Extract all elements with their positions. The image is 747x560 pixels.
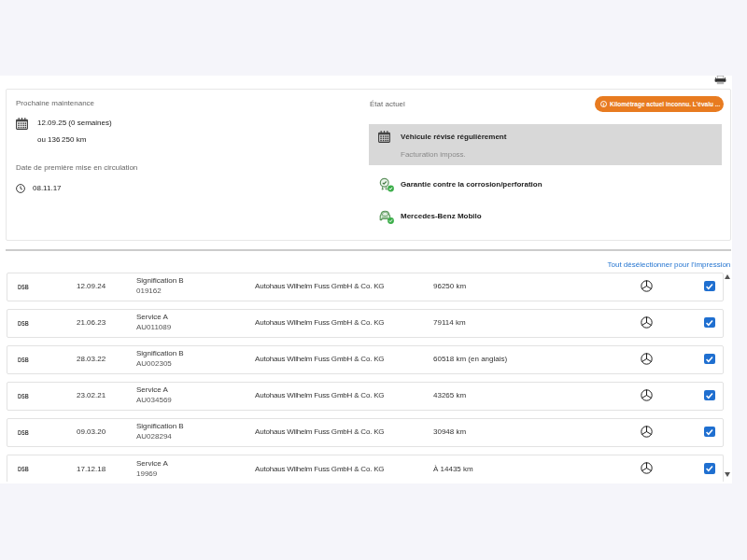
svg-text:DSB: DSB <box>18 356 29 362</box>
svg-text:DSB: DSB <box>18 466 29 472</box>
svg-text:DSB: DSB <box>18 319 29 326</box>
svg-text:DSB: DSB <box>18 392 29 399</box>
svg-text:DSB: DSB <box>18 283 29 289</box>
svg-text:DSB: DSB <box>18 428 29 435</box>
